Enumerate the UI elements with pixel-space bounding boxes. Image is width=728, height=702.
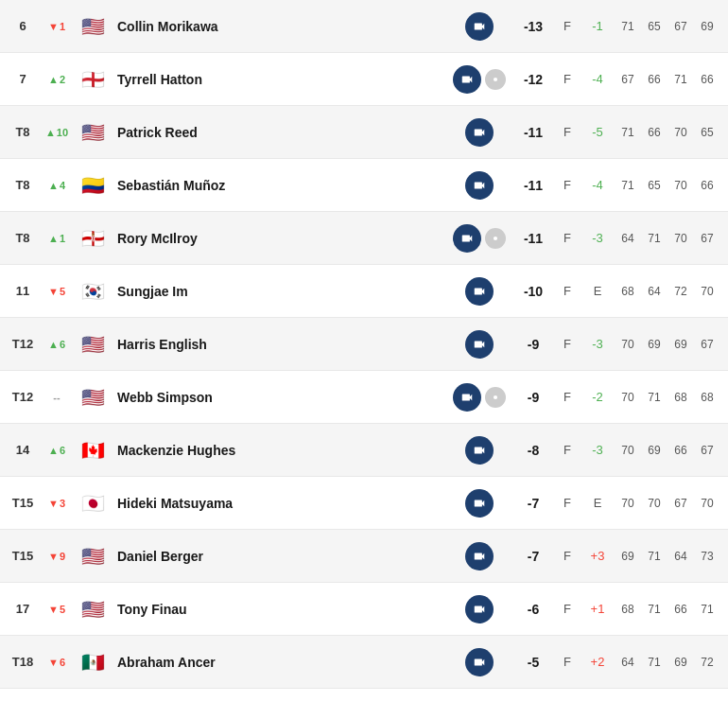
country-flag: 🇺🇸 — [76, 17, 110, 36]
move-down-arrow: ▼ — [48, 21, 59, 32]
round-2-score: 65 — [641, 179, 667, 192]
player-name[interactable]: Abraham Ancer — [110, 655, 446, 670]
table-row: T15▼9🇺🇸Daniel Berger-7F+369716473 — [0, 530, 728, 583]
media-controls — [446, 65, 512, 94]
round-2-score: 66 — [641, 126, 667, 139]
table-row: T8▲1🏴󠁧󠁢󠁮󠁩󠁲󠁿Rory McIlroy-11F-364717067 — [0, 212, 728, 265]
player-name[interactable]: Mackenzie Hughes — [110, 443, 446, 458]
position: T12 — [8, 337, 38, 351]
move-value: 4 — [60, 180, 65, 191]
video-button[interactable] — [453, 65, 481, 94]
movement: ▼1 — [38, 21, 76, 32]
player-name[interactable]: Sebastián Muñoz — [110, 178, 446, 193]
video-button[interactable] — [453, 224, 481, 253]
radio-button[interactable] — [485, 228, 506, 249]
today-score: +3 — [581, 549, 615, 563]
video-button[interactable] — [465, 118, 494, 147]
move-down-arrow: ▼ — [48, 604, 59, 615]
round-4-score: 72 — [694, 656, 720, 669]
country-flag: 🇺🇸 — [76, 335, 110, 354]
today-score: -3 — [581, 443, 615, 457]
today-score: +2 — [581, 655, 615, 669]
round-4-score: 70 — [694, 497, 720, 510]
movement: ▼5 — [38, 286, 76, 297]
round-3-score: 69 — [667, 656, 694, 669]
round-2-score: 71 — [641, 656, 667, 669]
round-1-score: 70 — [615, 444, 641, 457]
total-score: -8 — [512, 443, 554, 458]
round-2-score: 70 — [641, 497, 667, 510]
round-2-score: 71 — [641, 232, 667, 245]
country-flag: 🇲🇽 — [76, 653, 110, 672]
total-score: -9 — [512, 390, 554, 405]
position: T18 — [8, 655, 38, 669]
move-down-arrow: ▼ — [48, 551, 59, 562]
video-button[interactable] — [453, 383, 481, 412]
total-score: -5 — [512, 655, 554, 670]
round-status: F — [554, 496, 581, 510]
total-score: -11 — [512, 125, 554, 140]
table-row: T18▼6🇲🇽Abraham Ancer-5F+264716972 — [0, 636, 728, 689]
total-score: -13 — [512, 19, 554, 34]
movement: ▼9 — [38, 551, 76, 562]
position: 11 — [8, 284, 38, 298]
player-name[interactable]: Rory McIlroy — [110, 231, 446, 246]
movement: ▼6 — [38, 657, 76, 668]
round-2-score: 66 — [641, 73, 667, 86]
round-status: F — [554, 337, 581, 351]
move-value: 10 — [57, 127, 68, 138]
video-button[interactable] — [465, 648, 494, 676]
move-value: 5 — [60, 604, 65, 615]
player-name[interactable]: Tony Finau — [110, 602, 446, 617]
video-button[interactable] — [465, 12, 494, 41]
player-name[interactable]: Webb Simpson — [110, 390, 446, 405]
position: 14 — [8, 443, 38, 457]
table-row: 11▼5🇰🇷Sungjae Im-10FE68647270 — [0, 265, 728, 318]
player-name[interactable]: Harris English — [110, 337, 446, 352]
player-name[interactable]: Daniel Berger — [110, 549, 446, 564]
video-button[interactable] — [465, 489, 494, 518]
video-button[interactable] — [465, 277, 494, 306]
round-4-score: 68 — [694, 391, 720, 404]
radio-button[interactable] — [485, 69, 506, 90]
position: 17 — [8, 602, 38, 616]
round-status: F — [554, 178, 581, 192]
radio-button[interactable] — [485, 387, 506, 408]
move-down-arrow: ▼ — [48, 657, 59, 668]
total-score: -9 — [512, 337, 554, 352]
country-flag: 🇺🇸 — [76, 123, 110, 142]
video-button[interactable] — [465, 595, 494, 623]
move-neutral-indicator: -- — [53, 392, 60, 403]
video-button[interactable] — [465, 542, 494, 570]
round-4-score: 66 — [694, 73, 720, 86]
move-value: 3 — [60, 498, 65, 509]
video-button[interactable] — [465, 436, 494, 465]
media-controls — [446, 542, 512, 570]
round-3-score: 68 — [667, 391, 694, 404]
move-up-arrow: ▲ — [48, 233, 59, 244]
player-name[interactable]: Sungjae Im — [110, 284, 446, 299]
round-4-score: 67 — [694, 338, 720, 351]
move-value: 1 — [60, 233, 65, 244]
move-value: 6 — [60, 445, 65, 456]
media-controls — [446, 12, 512, 41]
round-status: F — [554, 549, 581, 563]
round-4-score: 67 — [694, 232, 720, 245]
video-button[interactable] — [465, 330, 494, 359]
round-3-score: 66 — [667, 444, 694, 457]
movement: ▲6 — [38, 445, 76, 456]
video-button[interactable] — [465, 171, 494, 200]
round-4-score: 66 — [694, 179, 720, 192]
move-up-arrow: ▲ — [48, 445, 59, 456]
today-score: -5 — [581, 125, 615, 139]
round-1-score: 68 — [615, 285, 641, 298]
round-4-score: 65 — [694, 126, 720, 139]
country-flag: 🇨🇴 — [76, 176, 110, 195]
today-score: -1 — [581, 19, 615, 33]
player-name[interactable]: Tyrrell Hatton — [110, 72, 446, 87]
player-name[interactable]: Hideki Matsuyama — [110, 496, 446, 511]
player-name[interactable]: Patrick Reed — [110, 125, 446, 140]
player-name[interactable]: Collin Morikawa — [110, 19, 446, 34]
round-2-score: 69 — [641, 444, 667, 457]
round-4-score: 67 — [694, 444, 720, 457]
